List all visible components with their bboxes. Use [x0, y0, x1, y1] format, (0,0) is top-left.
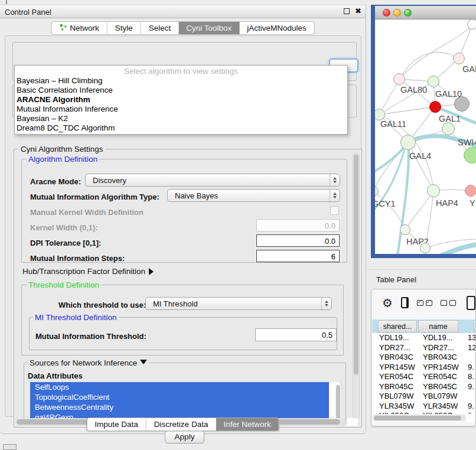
combo-spinner-icon [321, 298, 331, 309]
network-node[interactable] [464, 147, 476, 164]
algorithm-option[interactable]: Mutual Information Inference [15, 105, 347, 114]
network-node-gal4[interactable] [400, 135, 416, 150]
tab-jactivemnodules[interactable]: jActiveMNodules [239, 22, 314, 34]
apply-button[interactable]: Apply [165, 431, 204, 444]
which-threshold-label: Which threshold to use: [58, 301, 146, 309]
aracne-mode-combobox[interactable]: Discovery [85, 174, 340, 187]
sources-toggle[interactable]: Sources for Network Inference [28, 358, 149, 367]
column-visibility-icon[interactable] [401, 297, 409, 308]
table-row[interactable]: YLR345WYLR345W9. [372, 402, 476, 412]
tab-infer-network[interactable]: Infer Network [216, 418, 278, 431]
table-row[interactable]: YBL079WYBL079W [372, 392, 476, 402]
algorithm-option[interactable]: Basic Correlation Inference [15, 86, 347, 95]
window-zoom-icon[interactable] [404, 9, 412, 17]
export-table-icon[interactable] [467, 296, 475, 310]
table-row[interactable]: YBR045CYBR045C9. [372, 382, 476, 392]
cyni-algorithm-settings-title: Cyni Algorithm Settings [19, 145, 105, 154]
control-panel-title: Control Panel [5, 8, 51, 17]
hub-tf-definition-toggle[interactable]: Hub/Transcription Factor Definition [22, 267, 154, 276]
network-node[interactable] [467, 19, 476, 30]
close-panel-icon[interactable]: ✖ [355, 8, 361, 15]
table-cell: YLR345W [423, 402, 458, 410]
settings-vertical-scrollbar[interactable] [353, 153, 360, 420]
network-node-hap2[interactable] [400, 224, 410, 235]
network-node-gal[interactable] [453, 53, 465, 64]
window-close-icon[interactable] [383, 9, 390, 17]
mi-threshold-label: Mutual Information Threshold: [35, 332, 146, 341]
window-minimize-icon[interactable] [393, 9, 401, 17]
mi-steps-field[interactable]: 6 [256, 250, 340, 262]
settings-vscroll-thumb[interactable] [354, 155, 358, 374]
attributes-scrollbar[interactable] [335, 384, 341, 422]
attributes-scroll-thumb[interactable] [336, 385, 340, 419]
which-threshold-combobox[interactable]: MI Threshold [145, 297, 332, 310]
table-cell: 12 [468, 343, 476, 352]
node-label: GAL11 [380, 119, 406, 129]
table-row[interactable]: YBR043CYBR043C [372, 353, 476, 363]
table-cell: YBR043C [423, 353, 457, 361]
table-panel: ⚙ shared...name YDL19...YDL19...13YDR27.… [371, 289, 476, 426]
network-node-y[interactable] [465, 185, 476, 197]
deselect-all-checkboxes-icon[interactable] [441, 300, 456, 306]
kernel-width-field[interactable]: 0.0 [256, 219, 340, 231]
network-node-gal80[interactable] [393, 73, 405, 85]
algorithm-option[interactable]: Bayesian – Hill Climbing [15, 76, 347, 86]
attribute-item[interactable]: BetweennessCentrality [30, 402, 329, 412]
table-row[interactable]: YDL19...YDL19...13 [372, 333, 476, 343]
float-panel-icon[interactable] [344, 8, 350, 14]
column-header[interactable] [474, 320, 476, 332]
algorithm-option[interactable]: Bayesian – K2 [15, 114, 347, 123]
network-node-gal1[interactable] [429, 101, 441, 113]
manual-kernel-width-label: Manual Kernel Width Definition [30, 208, 144, 217]
tab-impute-data[interactable]: Impute Data [87, 418, 146, 431]
table-cell: YER054C [423, 372, 457, 381]
mi-algorithm-type-combobox[interactable]: Naive Bayes [167, 189, 340, 202]
table-cell: YDL19... [423, 333, 453, 342]
attribute-item[interactable]: SelfLoops [30, 382, 329, 392]
column-header[interactable]: shared... [378, 320, 417, 332]
expand-right-icon [149, 268, 154, 275]
network-node[interactable] [454, 96, 470, 112]
control-panel-titlebar: Control Panel ✖ [0, 5, 366, 18]
sources-group: Sources for Network Inference Data Attri… [24, 363, 346, 424]
algorithm-option[interactable]: ARACNE Algorithm [15, 95, 347, 105]
dpi-tolerance-field[interactable]: 0.0 [256, 234, 340, 247]
table-cell: YBL079W [423, 392, 458, 400]
select-all-checkboxes-icon[interactable] [417, 300, 432, 306]
tab-cyni-toolbox[interactable]: Cyni Toolbox [178, 22, 239, 34]
tab-discretize-data[interactable]: Discretize Data [146, 418, 216, 431]
network-window-titlebar [375, 6, 476, 19]
network-canvas[interactable]: GALGAL80GAL10GAL1GAL11SWI4GAL4GCY1HAP4YH… [375, 19, 476, 254]
kernel-width-label: Kernel Width (0,1): [30, 223, 98, 232]
algorithm-option[interactable]: Dream8 DC_TDC Algorithm [15, 123, 347, 133]
threshold-definition-title: Threshold Definition [27, 281, 101, 289]
table-row[interactable]: YIL052CYIL052C9. [372, 411, 476, 414]
manual-kernel-width-checkbox[interactable] [330, 206, 339, 215]
tab-select[interactable]: Select [141, 22, 179, 34]
table-horizontal-scrollbar[interactable] [373, 415, 466, 421]
table-row[interactable]: YDR27...YDR27...12 [372, 343, 476, 353]
network-node-hap4[interactable] [427, 184, 440, 197]
table-row[interactable]: YER054CYER054C8. [372, 372, 476, 382]
table-cell: YDR27... [379, 343, 410, 352]
network-node-gal10[interactable] [428, 76, 439, 87]
mi-threshold-field[interactable]: 0.5 [255, 328, 337, 341]
table-row[interactable]: YPR145WYPR145W9. [372, 363, 476, 373]
tab-network[interactable]: Network [51, 22, 107, 34]
table-hscroll-thumb[interactable] [374, 416, 461, 420]
column-header[interactable]: name [418, 320, 458, 332]
network-node[interactable] [420, 243, 431, 253]
table-settings-gear-icon[interactable]: ⚙ [382, 297, 393, 309]
mi-threshold-definition-title: MI Threshold Definition [33, 313, 119, 322]
control-panel: Control Panel ✖ NetworkStyleSelectCyni T… [0, 5, 366, 434]
aracne-mode-label: Aracne Mode: [30, 177, 81, 186]
table-cell: YBR045C [423, 382, 457, 391]
table-cell: YIL052C [379, 411, 409, 414]
tab-style[interactable]: Style [107, 22, 141, 34]
collapsed-panel-icon[interactable] [3, 444, 17, 450]
network-node-swi4[interactable] [442, 122, 455, 135]
table-cell: YER054C [379, 372, 413, 381]
algorithm-dropdown-prompt: Select algorithm to view settings [15, 66, 347, 76]
network-view-window[interactable]: GALGAL80GAL10GAL1GAL11SWI4GAL4GCY1HAP4YH… [371, 5, 476, 258]
attribute-item[interactable]: TopologicalCoefficient [30, 392, 329, 402]
